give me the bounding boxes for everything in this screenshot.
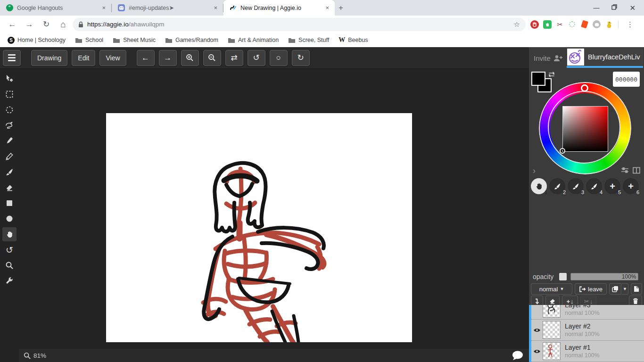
new-tab-button[interactable]: + — [339, 3, 343, 13]
evernote-icon[interactable] — [543, 20, 552, 29]
chat-bubble-icon[interactable] — [511, 350, 523, 362]
brush-slot-2[interactable]: 2 — [549, 178, 565, 194]
settings-tool[interactable] — [2, 274, 17, 288]
brush-slot-5[interactable]: + 5 — [604, 178, 620, 194]
down-arrow-icon: ↓ — [590, 298, 593, 305]
tab-close-icon[interactable]: × — [213, 4, 218, 11]
collapse-panel-icon[interactable]: › — [533, 166, 536, 176]
home-icon[interactable]: ⌂ — [57, 18, 69, 31]
drawing-menu-button[interactable]: Drawing — [31, 50, 67, 66]
saturation-square[interactable] — [562, 106, 608, 152]
tab-close-icon[interactable]: × — [101, 4, 107, 11]
zoom-tool[interactable] — [2, 258, 17, 272]
duplicate-layer-button[interactable] — [609, 283, 621, 295]
bookmark-beebus[interactable]: W Beebus — [335, 35, 372, 45]
leave-button[interactable]: leave — [575, 283, 607, 295]
brush-slot-6[interactable]: + 6 — [623, 178, 639, 194]
rotate-ccw-button[interactable]: ↺ — [248, 50, 265, 66]
discord-gray-icon[interactable] — [593, 20, 601, 28]
drawing-canvas[interactable] — [106, 113, 412, 342]
rotate-canvas-tool[interactable]: ↺ — [2, 243, 17, 257]
edit-menu-button[interactable]: Edit — [72, 50, 95, 66]
hue-selector[interactable] — [581, 84, 588, 92]
rect-shape-tool[interactable] — [2, 196, 17, 210]
redo-button[interactable]: → — [159, 50, 177, 66]
color-wheel[interactable] — [539, 82, 631, 174]
new-layer-button[interactable] — [631, 283, 642, 295]
forward-icon[interactable]: → — [23, 18, 35, 31]
layer-row-3[interactable]: Layer #3 normal 100% — [531, 305, 644, 320]
opacity-toggle[interactable] — [559, 273, 567, 280]
eye-icon[interactable] — [533, 328, 541, 333]
canvas-area[interactable] — [19, 69, 529, 349]
brush-slot-3[interactable]: 3 — [568, 178, 584, 194]
bookmark-star-icon[interactable]: ☆ — [514, 20, 520, 29]
reset-rotation-button[interactable]: ○ — [270, 50, 288, 66]
bookmark-folder-games-random[interactable]: Games/Random — [161, 35, 222, 45]
opacity-slider[interactable]: 100% — [570, 273, 638, 280]
eye-icon[interactable] — [533, 349, 541, 354]
discord-icon — [117, 4, 125, 12]
dotted-circle-icon[interactable] — [568, 20, 576, 28]
bookmark-folder-sheet-music[interactable]: Sheet Music — [109, 35, 159, 45]
brush-slot-1[interactable]: 1 — [531, 178, 547, 194]
honey-icon[interactable] — [580, 20, 588, 28]
move-tool[interactable] — [2, 72, 17, 86]
view-menu-button[interactable]: View — [99, 50, 126, 66]
restore-icon[interactable] — [611, 4, 617, 11]
tab-aggie-active[interactable]: New Drawing | Aggie.io × — [223, 0, 335, 16]
duplicate-options-button[interactable]: ▼ — [622, 283, 628, 295]
bookmark-folder-art-animation[interactable]: Art & Animation — [224, 35, 282, 45]
eraser-tool[interactable] — [2, 181, 17, 195]
brush-tool[interactable] — [2, 165, 17, 179]
reload-icon[interactable]: ↻ — [40, 18, 52, 31]
hand-tool[interactable] — [2, 227, 17, 241]
blend-mode-select[interactable]: normal▼ — [531, 283, 572, 295]
saturation-selector[interactable] — [560, 148, 565, 154]
adblock-icon[interactable] — [530, 20, 539, 29]
split-view-icon[interactable] — [633, 167, 640, 176]
rect-select-tool[interactable] — [2, 87, 17, 101]
circle-shape-icon — [5, 214, 14, 223]
duck-icon[interactable] — [605, 20, 613, 28]
lasso-tool[interactable] — [2, 118, 17, 132]
brush-slot-4[interactable]: 4 — [586, 178, 602, 194]
tab-google-hangouts[interactable]: ” Google Hangouts × — [0, 0, 111, 16]
back-icon[interactable]: ← — [6, 18, 18, 31]
app-toolbar: Drawing Edit View ← → ⇄ ↺ ○ ↻ — [0, 47, 529, 69]
username: BlurryfaceDehLiv — [585, 53, 640, 61]
undo-button[interactable]: ← — [137, 50, 155, 66]
layer-row-1[interactable]: Layer #1 normal 100% — [531, 341, 644, 362]
flip-button[interactable]: ⇄ — [225, 50, 243, 66]
sliders-icon[interactable] — [621, 167, 629, 176]
layer-meta: normal 100% — [565, 331, 600, 337]
ellipse-select-tool[interactable] — [2, 103, 17, 117]
bookmark-folder-scree-stuff[interactable]: Scree, Stuff — [284, 35, 333, 45]
ellipse-shape-tool[interactable] — [2, 212, 17, 226]
schoology-icon: S — [8, 37, 15, 44]
tab-discord[interactable]: #emoji-updates➤ × — [112, 0, 223, 16]
user-chip[interactable]: BlurryfaceDehLiv — [567, 48, 643, 68]
extensions-row: ✂ ⋮ — [528, 20, 639, 29]
zoom-in-button[interactable] — [181, 50, 199, 66]
bookmark-folder-school[interactable]: School — [71, 35, 107, 45]
bookmark-schoology[interactable]: S Home | Schoology — [4, 35, 69, 45]
browser-menu-icon[interactable]: ⋮ — [624, 20, 636, 29]
tab-close-icon[interactable]: × — [324, 4, 330, 11]
rotate-cw-button[interactable]: ↻ — [292, 50, 310, 66]
zoom-level[interactable]: 81% — [33, 352, 46, 359]
brush-icon — [553, 182, 561, 190]
invite-button[interactable]: Invite — [529, 54, 563, 62]
main-menu-button[interactable] — [3, 50, 21, 66]
layer-thumbnail — [543, 305, 561, 318]
swap-colors-icon[interactable] — [548, 71, 555, 80]
layer-row-2[interactable]: Layer #2 normal 100% — [531, 320, 644, 341]
scissors-icon[interactable]: ✂ — [556, 20, 564, 28]
pencil-tool[interactable] — [2, 149, 17, 164]
close-window-icon[interactable]: ✕ — [629, 4, 636, 12]
eyedropper-tool[interactable] — [2, 134, 17, 148]
minimize-icon[interactable]: — — [593, 4, 599, 11]
zoom-out-button[interactable] — [203, 50, 221, 66]
collab-header: Invite BlurryfaceDehLiv — [529, 47, 644, 69]
url-field[interactable]: https://aggie.io/ahawuilqpm ☆ — [73, 18, 526, 31]
